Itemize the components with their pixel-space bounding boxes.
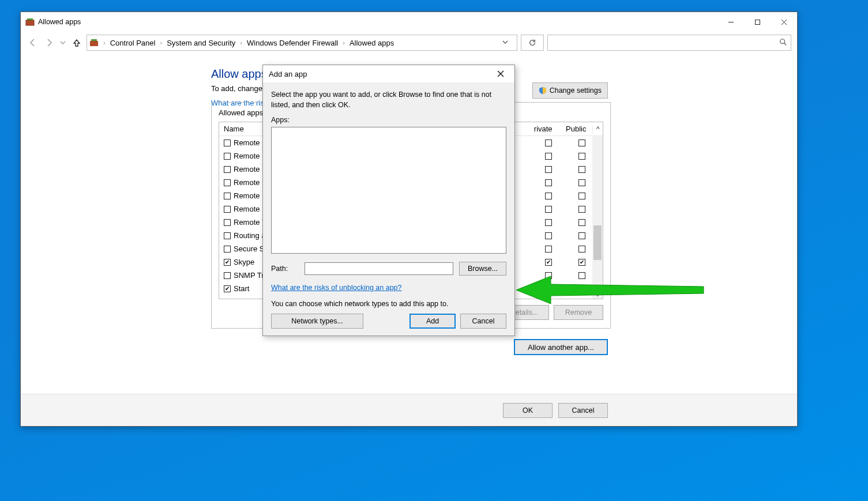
checkbox-name[interactable] xyxy=(224,206,231,213)
checkbox-private[interactable] xyxy=(545,246,552,253)
vertical-scrollbar[interactable]: ⌄ xyxy=(592,136,603,299)
browse-button[interactable]: Browse... xyxy=(459,262,506,276)
dialog-cancel-button[interactable]: Cancel xyxy=(460,314,506,329)
search-input[interactable] xyxy=(547,35,791,51)
address-dropdown-icon[interactable] xyxy=(496,39,514,47)
checkbox-public[interactable] xyxy=(578,206,585,213)
add-button[interactable]: Add xyxy=(409,314,456,329)
dialog-title: Add an app xyxy=(269,70,307,78)
checkbox-private[interactable] xyxy=(545,206,552,213)
checkbox-name[interactable] xyxy=(224,259,231,266)
checkbox-name[interactable] xyxy=(224,246,231,253)
list-item-label: Skype xyxy=(234,258,254,266)
checkbox-private[interactable] xyxy=(545,219,552,226)
svg-rect-0 xyxy=(26,20,34,25)
svg-rect-8 xyxy=(91,39,97,41)
checkbox-name[interactable] xyxy=(224,153,231,160)
footer-bar: OK Cancel xyxy=(21,394,797,426)
chevron-right-icon: › xyxy=(239,39,243,46)
checkbox-name[interactable] xyxy=(224,166,231,173)
checkbox-name[interactable] xyxy=(224,272,231,279)
dialog-instruction: Select the app you want to add, or click… xyxy=(271,89,506,110)
nav-history-dropdown[interactable] xyxy=(59,36,67,49)
window-titlebar: Allowed apps xyxy=(21,12,797,32)
maximize-button[interactable] xyxy=(744,12,771,32)
svg-rect-7 xyxy=(90,41,98,46)
checkbox-public[interactable] xyxy=(578,179,585,186)
apps-listbox[interactable] xyxy=(271,127,506,254)
checkbox-public[interactable] xyxy=(578,272,585,279)
remove-button[interactable]: Remove xyxy=(554,305,603,320)
breadcrumb[interactable]: Control Panel xyxy=(110,39,156,47)
nav-back-button[interactable] xyxy=(27,36,39,49)
svg-point-9 xyxy=(780,39,785,43)
checkbox-private[interactable] xyxy=(545,232,552,239)
window-title: Allowed apps xyxy=(38,18,717,26)
allow-another-app-button[interactable]: Allow another app... xyxy=(514,339,608,355)
scrollbar-thumb[interactable] xyxy=(593,225,602,260)
path-input[interactable] xyxy=(305,262,453,275)
checkbox-private[interactable] xyxy=(545,179,552,186)
chevron-right-icon: › xyxy=(102,39,107,46)
checkbox-name[interactable] xyxy=(224,285,231,292)
svg-rect-4 xyxy=(755,20,760,24)
change-settings-button[interactable]: Change settings xyxy=(532,82,608,99)
checkbox-private[interactable] xyxy=(545,140,552,146)
close-button[interactable] xyxy=(771,12,797,32)
nav-forward-button[interactable] xyxy=(43,36,55,49)
checkbox-public[interactable] xyxy=(578,285,585,292)
scroll-down-icon[interactable]: ⌄ xyxy=(592,289,603,299)
dialog-close-button[interactable] xyxy=(493,67,509,80)
nav-row: › Control Panel › System and Security › … xyxy=(21,32,797,54)
checkbox-name[interactable] xyxy=(224,232,231,239)
breadcrumb[interactable]: Allowed apps xyxy=(350,39,394,47)
breadcrumb[interactable]: System and Security xyxy=(167,39,235,47)
minimize-button[interactable] xyxy=(717,12,744,32)
checkbox-public[interactable] xyxy=(578,140,585,146)
cancel-button[interactable]: Cancel xyxy=(558,403,608,418)
checkbox-public[interactable] xyxy=(578,193,585,199)
checkbox-public[interactable] xyxy=(578,153,585,160)
refresh-button[interactable] xyxy=(521,35,544,51)
checkbox-private[interactable] xyxy=(545,259,552,266)
chevron-right-icon: › xyxy=(341,39,346,46)
dialog-titlebar: Add an app xyxy=(263,65,514,82)
checkbox-name[interactable] xyxy=(224,193,231,199)
add-an-app-dialog: Add an app Select the app you want to ad… xyxy=(262,65,515,336)
breadcrumb[interactable]: Windows Defender Firewall xyxy=(247,39,338,47)
checkbox-public[interactable] xyxy=(578,219,585,226)
chevron-right-icon: › xyxy=(159,39,163,46)
path-label: Path: xyxy=(271,265,299,273)
checkbox-private[interactable] xyxy=(545,166,552,173)
search-icon xyxy=(779,38,787,48)
checkbox-private[interactable] xyxy=(545,272,552,279)
checkbox-public[interactable] xyxy=(578,246,585,253)
checkbox-public[interactable] xyxy=(578,166,585,173)
address-bar[interactable]: › Control Panel › System and Security › … xyxy=(87,35,517,51)
svg-line-10 xyxy=(784,43,787,45)
svg-rect-2 xyxy=(27,18,33,20)
ok-button[interactable]: OK xyxy=(503,403,553,418)
nav-up-button[interactable] xyxy=(70,36,83,49)
col-public[interactable]: Public xyxy=(559,125,592,133)
apps-label: Apps: xyxy=(271,116,506,124)
dialog-risk-link[interactable]: What are the risks of unblocking an app? xyxy=(271,284,506,292)
change-settings-label: Change settings xyxy=(550,86,602,95)
checkbox-public[interactable] xyxy=(578,259,585,266)
firewall-icon xyxy=(25,17,35,27)
checkbox-public[interactable] xyxy=(578,232,585,239)
network-types-button[interactable]: Network types... xyxy=(271,314,363,329)
checkbox-private[interactable] xyxy=(545,285,552,292)
list-item-label: Start xyxy=(234,284,249,293)
dialog-choose-text: You can choose which network types to ad… xyxy=(271,300,506,308)
shield-icon xyxy=(539,86,547,95)
checkbox-name[interactable] xyxy=(224,179,231,186)
checkbox-name[interactable] xyxy=(224,140,231,146)
checkbox-private[interactable] xyxy=(545,153,552,160)
checkbox-name[interactable] xyxy=(224,219,231,226)
scroll-up-icon[interactable]: ^ xyxy=(592,125,603,133)
checkbox-private[interactable] xyxy=(545,193,552,199)
firewall-icon xyxy=(89,38,99,47)
col-private[interactable]: rivate xyxy=(527,125,559,133)
